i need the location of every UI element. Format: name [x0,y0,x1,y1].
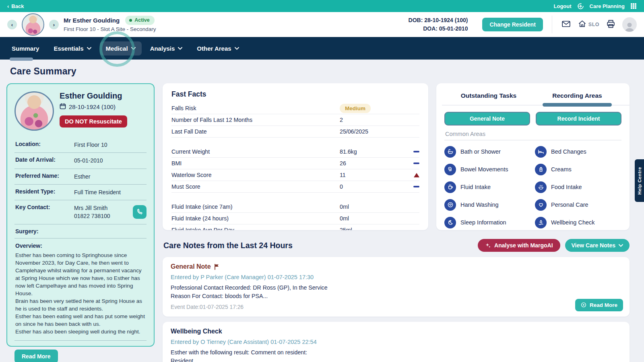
phone-icon[interactable] [133,205,147,219]
back-button[interactable]: ‹ Back [7,3,24,9]
area-bath-or-shower[interactable]: Bath or Shower [444,143,531,160]
nav-analysis[interactable]: Analysis [144,41,189,56]
chevron-down-icon [235,47,239,50]
home-icon[interactable] [578,19,587,30]
care-note-general: General Note Entered by P Parker (Care M… [163,257,630,317]
active-tab-indicator [543,103,612,107]
back-chevron-icon: ‹ [7,3,9,9]
bowl-icon [535,181,547,193]
help-centre-tab[interactable]: Help Centre [635,159,644,202]
resident-summary-card: Esther Goulding 28-10-1924 (100) DO NOT … [6,83,155,347]
resident-card-name: Esther Goulding [60,91,127,101]
nav-medical[interactable]: Medical [100,41,142,56]
tab-outstanding-tasks[interactable]: Outstanding Tasks [444,89,533,105]
area-creams[interactable]: Creams [535,160,621,178]
chevron-down-icon [131,47,136,50]
mail-icon[interactable] [561,19,571,31]
resident-card-dob: 28-10-1924 (100) [69,103,116,110]
nav-summary[interactable]: Summary [6,41,45,56]
bed-icon [535,146,547,158]
fast-fact-row: Falls Risk Medium [171,103,419,114]
note-meta: Entered by P Parker (Care Manager) 01-07… [171,274,621,280]
trend-up-icon [414,173,419,177]
analyse-with-margoai-button[interactable]: Analyse with MargoAI [478,239,560,252]
care-note-wellbeing: Wellbeing Check Entered by O Tierney (Ca… [163,322,630,362]
dnr-badge: DO NOT Resuscitate [60,115,127,128]
note-meta: Entered by O Tierney (Care Assistant) 01… [171,339,621,345]
change-resident-button[interactable]: Change Resident [482,18,543,31]
main-nav: Summary Essentials Medical Analysis Othe… [0,37,644,60]
header-divider [552,16,552,33]
fast-fact-row: Fluid Intake Avg Per Day 25ml [171,224,419,230]
apps-grid-icon[interactable] [630,3,637,9]
bath-icon [444,146,456,158]
app-title[interactable]: Care Planning [590,3,625,9]
note-event-date: Event Date:01-07-2025 17:26 [171,304,621,310]
status-badge: Active [125,16,155,25]
area-hand-washing[interactable]: Hand Washing [444,196,531,214]
resident-photo-large [14,91,54,131]
field-key-contact: Key Contact: Mrs Jill Smith 01822 738100 [14,200,147,224]
trend-steady-icon [413,186,419,187]
care-notes-title: Care Notes from the Last 24 Hours [163,241,478,250]
nav-essentials[interactable]: Essentials [47,41,97,56]
note-body: Esther with the following result: Commen… [171,348,477,362]
area-sleep-information[interactable]: Sleep Information [444,214,531,230]
falls-risk-badge: Medium [340,104,371,113]
top-app-bar: ‹ Back Logout Care Planning [0,0,644,12]
logout-button[interactable]: Logout [554,3,572,9]
area-personal-care[interactable]: Personal Care [535,196,621,214]
flag-icon [214,264,220,270]
toilet-roll-icon [444,164,456,175]
field-surgery: Surgery: [14,224,147,239]
moon-icon [444,217,456,228]
resident-read-more-button[interactable]: Read More [14,350,58,362]
slo-label: SLO [588,22,599,27]
cream-tube-icon [535,164,547,175]
note-read-more-button[interactable]: Read More [575,299,623,311]
resident-header: ‹ › Mr Esther Goulding Active First Floo… [0,12,644,37]
field-location: Location: First Floor 10 [14,137,147,153]
doa-text: DOA: 05-01-2010 [409,25,468,33]
fast-fact-row: Fluid Intake (24 hours) 0ml [171,213,419,224]
eye-icon [581,302,586,308]
dob-text: DOB: 28-10-1924 (100) [409,16,468,25]
fast-fact-row: BMI 26 [171,158,419,169]
area-bed-changes[interactable]: Bed Changes [535,143,621,160]
common-areas-label: Common Areas [444,127,621,140]
fast-fact-row: Fluid Intake (since 7am) 0ml [171,201,419,213]
record-incident-button[interactable]: Record Incident [536,112,621,125]
fast-fact-row: Current Weight 81.6kg [171,146,419,158]
fast-fact-row: Last Fall Date 25/06/2025 [171,126,419,138]
wellbeing-icon [535,217,547,228]
chevron-down-icon [87,47,91,50]
field-date-of-arrival: Date of Arrival: 05-01-2010 [14,153,147,169]
cup-icon [444,181,456,193]
field-resident-type: Resident Type: Full Time Resident [14,185,147,200]
resident-name: Mr Esther Goulding [64,16,120,25]
fast-fact-row: Must Score 0 [171,181,419,193]
resident-location: First Floor 10 - Slot A Site - Secondary [64,26,156,33]
heart-icon [535,199,547,211]
print-icon[interactable] [606,19,616,31]
previous-resident-button[interactable]: ‹ [7,20,17,29]
logout-icon[interactable] [577,3,584,10]
fast-fact-row: Waterlow Score 11 [171,169,419,181]
nav-other-areas[interactable]: Other Areas [191,41,245,56]
view-care-notes-button[interactable]: View Care Notes [565,239,630,252]
chevron-down-icon [619,244,623,247]
area-food-intake[interactable]: Food Intake [535,178,621,196]
area-bowel-movements[interactable]: Bowel Movements [444,160,531,178]
area-wellbeing-check[interactable]: Wellbeing Check [535,214,621,230]
page-title: Care Summary [10,66,630,77]
resident-photo-small[interactable] [22,13,44,36]
overview-label: Overview: [15,243,146,249]
area-fluid-intake[interactable]: Fluid Intake [444,178,531,196]
next-resident-button[interactable]: › [49,20,59,29]
fast-fact-row: Number of Falls Last 12 Months 2 [171,114,419,126]
user-avatar[interactable] [622,17,637,32]
tab-recording-areas[interactable]: Recording Areas [533,89,621,105]
sparkle-icon [485,243,491,249]
fast-facts-card: Fast Facts Falls Risk Medium Number of F… [163,83,428,230]
general-note-button[interactable]: General Note [444,112,530,125]
